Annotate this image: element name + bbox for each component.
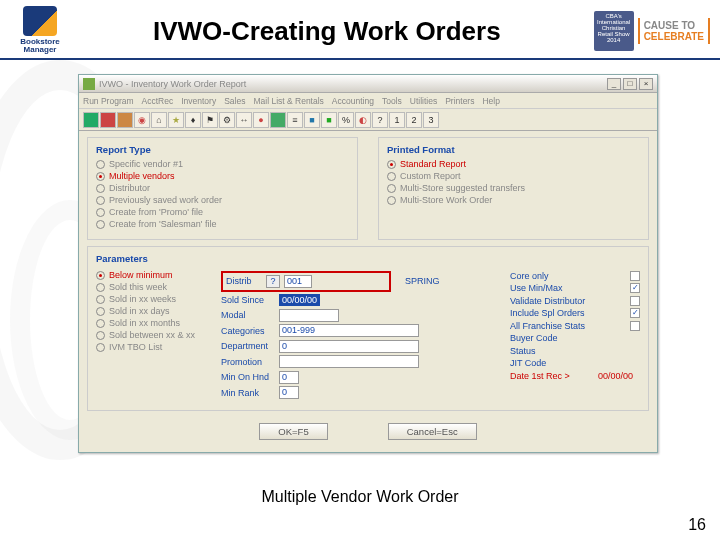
status-row: Status: [510, 346, 640, 356]
radio-multiple-vendors[interactable]: Multiple vendors: [96, 171, 349, 181]
minimize-button[interactable]: _: [607, 78, 621, 90]
toolbar-num[interactable]: 2: [406, 112, 422, 128]
toolbar-icon[interactable]: ≡: [287, 112, 303, 128]
parameters-group: Parameters Below minimum Sold this week …: [87, 246, 649, 411]
check-core-only[interactable]: Core only: [510, 271, 640, 281]
toolbar-icon[interactable]: ↔: [236, 112, 252, 128]
window-title: IVWO - Inventory Work Order Report: [99, 79, 607, 89]
toolbar-icon[interactable]: ?: [372, 112, 388, 128]
toolbar-num[interactable]: 1: [389, 112, 405, 128]
menu-item[interactable]: Printers: [445, 96, 474, 106]
distrib-lookup-button[interactable]: ?: [266, 275, 280, 288]
menu-item[interactable]: AcctRec: [142, 96, 174, 106]
menu-item[interactable]: Mail List & Rentals: [253, 96, 323, 106]
radio-ivm-tbo[interactable]: IVM TBO List: [96, 342, 211, 352]
slide-caption: Multiple Vendor Work Order: [0, 488, 720, 506]
jit-code-row: JIT Code: [510, 358, 640, 368]
toolbar-icon[interactable]: ♦: [185, 112, 201, 128]
printed-format-group: Printed Format Standard Report Custom Re…: [378, 137, 649, 240]
toolbar: ◉ ⌂ ★ ♦ ⚑ ⚙ ↔ ● ≡ ■ ■ % ◐ ? 1 2 3: [79, 109, 657, 131]
menu-item[interactable]: Run Program: [83, 96, 134, 106]
date-1st-rec-row: Date 1st Rec >00/00/00: [510, 371, 640, 381]
department-input[interactable]: 0: [279, 340, 419, 353]
min-rank-input[interactable]: 0: [279, 386, 299, 399]
radio-create-promo[interactable]: Create from 'Promo' file: [96, 207, 349, 217]
radio-standard-report[interactable]: Standard Report: [387, 159, 640, 169]
toolbar-icon[interactable]: [117, 112, 133, 128]
cancel-button[interactable]: Cancel=Esc: [388, 423, 477, 440]
toolbar-icon[interactable]: ◐: [355, 112, 371, 128]
toolbar-icon[interactable]: ◉: [134, 112, 150, 128]
radio-previously-saved[interactable]: Previously saved work order: [96, 195, 349, 205]
menu-item[interactable]: Help: [482, 96, 499, 106]
distrib-label: Distrib: [226, 276, 262, 286]
radio-multistore-wo[interactable]: Multi-Store Work Order: [387, 195, 640, 205]
radio-sold-weeks[interactable]: Sold in xx weeks: [96, 294, 211, 304]
sold-since-label: Sold Since: [221, 295, 279, 305]
group-title: Parameters: [96, 253, 640, 264]
app-icon: [83, 78, 95, 90]
ok-button[interactable]: OK=F5: [259, 423, 327, 440]
close-button[interactable]: ×: [639, 78, 653, 90]
bookstore-manager-logo: BookstoreManager: [10, 6, 70, 56]
window-titlebar: IVWO - Inventory Work Order Report _ □ ×: [79, 75, 657, 93]
categories-input[interactable]: 001-999: [279, 324, 419, 337]
report-type-group: Report Type Specific vendor #1 Multiple …: [87, 137, 358, 240]
promotion-input[interactable]: [279, 355, 419, 368]
cba-badge: CBA's International Christian Retail Sho…: [594, 11, 634, 51]
distrib-input[interactable]: 001: [284, 275, 312, 288]
check-include-spl[interactable]: Include Spl Orders✓: [510, 308, 640, 318]
toolbar-icon[interactable]: [270, 112, 286, 128]
modal-label: Modal: [221, 310, 279, 320]
distrib-highlight: Distrib ? 001: [221, 271, 391, 292]
radio-below-minimum[interactable]: Below minimum: [96, 270, 211, 280]
maximize-button[interactable]: □: [623, 78, 637, 90]
department-label: Department: [221, 341, 279, 351]
radio-sold-this-week[interactable]: Sold this week: [96, 282, 211, 292]
group-title: Printed Format: [387, 144, 640, 155]
toolbar-icon[interactable]: ■: [321, 112, 337, 128]
radio-specific-vendor[interactable]: Specific vendor #1: [96, 159, 349, 169]
check-validate-distributor[interactable]: Validate Distributor: [510, 296, 640, 306]
check-all-franchise[interactable]: All Franchise Stats: [510, 321, 640, 331]
slide-title: IVWO-Creating Work Orders: [70, 16, 594, 47]
radio-sold-months[interactable]: Sold in xx months: [96, 318, 211, 328]
modal-input[interactable]: [279, 309, 339, 322]
toolbar-icon[interactable]: ●: [253, 112, 269, 128]
radio-custom-report[interactable]: Custom Report: [387, 171, 640, 181]
page-number: 16: [688, 516, 706, 534]
menu-item[interactable]: Inventory: [181, 96, 216, 106]
group-title: Report Type: [96, 144, 349, 155]
menu-item[interactable]: Sales: [224, 96, 245, 106]
radio-multistore-transfers[interactable]: Multi-Store suggested transfers: [387, 183, 640, 193]
toolbar-icon[interactable]: %: [338, 112, 354, 128]
logo-icon: [23, 6, 57, 36]
toolbar-icon[interactable]: ★: [168, 112, 184, 128]
ivwo-window: IVWO - Inventory Work Order Report _ □ ×…: [78, 74, 658, 453]
min-onhnd-label: Min On Hnd: [221, 372, 279, 382]
radio-sold-days[interactable]: Sold in xx days: [96, 306, 211, 316]
slide-header: BookstoreManager IVWO-Creating Work Orde…: [0, 0, 720, 60]
categories-label: Categories: [221, 326, 279, 336]
cause-to-celebrate-logo: CAUSE TOCELEBRATE: [638, 18, 710, 44]
min-rank-label: Min Rank: [221, 388, 279, 398]
radio-create-salesman[interactable]: Create from 'Salesman' file: [96, 219, 349, 229]
toolbar-icon[interactable]: ⌂: [151, 112, 167, 128]
menu-item[interactable]: Utilities: [410, 96, 437, 106]
distrib-name: SPRING: [405, 276, 440, 286]
min-onhnd-input[interactable]: 0: [279, 371, 299, 384]
toolbar-icon[interactable]: ⚑: [202, 112, 218, 128]
toolbar-icon[interactable]: [83, 112, 99, 128]
toolbar-icon[interactable]: ■: [304, 112, 320, 128]
sold-since-input[interactable]: 00/00/00: [279, 294, 320, 306]
radio-sold-between[interactable]: Sold between xx & xx: [96, 330, 211, 340]
toolbar-icon[interactable]: [100, 112, 116, 128]
radio-distributor[interactable]: Distributor: [96, 183, 349, 193]
date-1st-rec-input[interactable]: 00/00/00: [598, 371, 640, 381]
check-use-minmax[interactable]: Use Min/Max✓: [510, 283, 640, 293]
menu-item[interactable]: Accounting: [332, 96, 374, 106]
menu-item[interactable]: Tools: [382, 96, 402, 106]
toolbar-num[interactable]: 3: [423, 112, 439, 128]
event-logo: CBA's International Christian Retail Sho…: [594, 11, 710, 51]
toolbar-icon[interactable]: ⚙: [219, 112, 235, 128]
